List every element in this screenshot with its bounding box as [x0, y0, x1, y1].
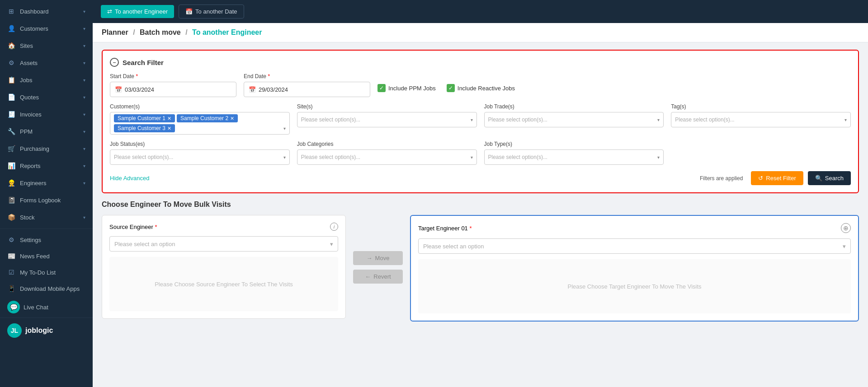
chevron-down-icon: ▾ [83, 61, 85, 65]
search-button[interactable]: 🔍 Search [808, 171, 851, 185]
job-categories-select[interactable]: Please select option(s)... ▾ [297, 149, 477, 165]
hide-advanced-link[interactable]: Hide Advanced [110, 175, 149, 182]
settings-icon: ⚙ [7, 236, 15, 244]
customer-tag-label: Sample Customer 3 [118, 125, 165, 131]
to-another-engineer-button[interactable]: ⇄ To another Engineer [101, 5, 174, 18]
info-icon[interactable]: i [330, 223, 338, 231]
include-reactive-label: Include Reactive Jobs [458, 85, 515, 92]
job-categories-group: Job Categories Please select option(s)..… [297, 141, 477, 165]
select-arrow: ▾ [283, 155, 286, 160]
sites-label: Site(s) [297, 103, 477, 110]
customer-tag-3[interactable]: Sample Customer 3 ✕ [114, 124, 175, 132]
engineer-btn-icon: ⇄ [107, 8, 112, 15]
target-engineer-panel: Target Engineer 01 * ⊕ Please select an … [410, 215, 859, 322]
customers-multiselect[interactable]: Sample Customer 1 ✕ Sample Customer 2 ✕ … [110, 112, 290, 135]
move-button[interactable]: → Move [353, 251, 403, 265]
sidebar-item-quotes[interactable]: 📄 Quotes ▾ [0, 89, 93, 106]
breadcrumb-current[interactable]: To another Engineer [192, 28, 262, 36]
collapse-icon[interactable]: – [110, 58, 119, 67]
sidebar-item-sites[interactable]: 🏠 Sites ▾ [0, 37, 93, 54]
sidebar-item-forms-logbook[interactable]: 📓 Forms Logbook [0, 191, 93, 209]
include-reactive-checkbox[interactable]: ✓ Include Reactive Jobs [447, 84, 515, 92]
sites-select[interactable]: Please select option(s)... ▾ [297, 112, 477, 127]
content-area: – Search Filter Start Date * 📅 03/03/202… [93, 42, 868, 387]
breadcrumb-root: Planner [102, 28, 128, 36]
svg-text:JL: JL [11, 327, 19, 334]
customer-tag-close[interactable]: ✕ [230, 116, 234, 121]
sidebar-item-download-apps[interactable]: 📱 Download Mobile Apps [0, 280, 93, 297]
engineer-actions: → Move ← Revert [346, 215, 410, 284]
sidebar-item-customers[interactable]: 👤 Customers ▾ [0, 20, 93, 37]
customer-tag-2[interactable]: Sample Customer 2 ✕ [177, 114, 238, 122]
joblogic-logo-text: joblogic [25, 326, 53, 335]
start-date-input[interactable]: 📅 03/03/2024 [110, 82, 236, 97]
sidebar-item-label: Engineers [20, 180, 47, 187]
sites-group: Site(s) Please select option(s)... ▾ [297, 103, 477, 127]
sidebar-item-jobs[interactable]: 📋 Jobs ▾ [0, 71, 93, 89]
filter-row-2: Customer(s) Sample Customer 1 ✕ Sample C… [110, 103, 851, 135]
reset-filter-button[interactable]: ↺ Reset Filter [751, 171, 803, 185]
sidebar-item-dashboard[interactable]: ⊞ Dashboard ▾ [0, 3, 93, 20]
customer-tag-1[interactable]: Sample Customer 1 ✕ [114, 114, 175, 122]
sidebar-item-engineers[interactable]: 👷 Engineers ▾ [0, 174, 93, 191]
source-placeholder-text: Please Choose Source Engineer To Select … [155, 281, 293, 288]
job-trade-label: Job Trade(s) [484, 103, 664, 110]
close-target-panel-icon[interactable]: ⊕ [841, 223, 851, 233]
revert-button[interactable]: ← Revert [353, 270, 403, 284]
tags-select[interactable]: Please select option(s)... ▾ [671, 112, 851, 127]
sidebar-item-ppm[interactable]: 🔧 PPM ▾ [0, 123, 93, 140]
job-type-label: Job Type(s) [484, 141, 664, 147]
job-status-select[interactable]: Please select option(s)... ▾ [110, 149, 290, 165]
download-apps-icon: 📱 [7, 284, 15, 293]
sidebar-item-label: Dashboard [20, 8, 49, 15]
assets-icon: ⚙ [7, 59, 15, 67]
start-date-value: 03/03/2024 [125, 86, 154, 93]
move-btn-label: Move [375, 255, 390, 261]
ppm-icon: 🔧 [7, 127, 15, 135]
sidebar-item-purchasing[interactable]: 🛒 Purchasing ▾ [0, 140, 93, 157]
sidebar-item-todo[interactable]: ☑ My To-Do List [0, 264, 93, 280]
source-engineer-select[interactable]: Please select an option ▾ [109, 236, 338, 252]
include-ppm-checkbox[interactable]: ✓ Include PPM Jobs [377, 84, 436, 92]
sidebar-item-label: My To-Do List [20, 269, 56, 276]
customer-tag-close[interactable]: ✕ [167, 126, 171, 131]
job-trade-select[interactable]: Please select option(s)... ▾ [484, 112, 664, 127]
live-chat-label: Live Chat [24, 304, 48, 311]
sidebar-item-reports[interactable]: 📊 Reports ▾ [0, 157, 93, 174]
breadcrumb: Planner / Batch move / To another Engine… [102, 28, 262, 36]
checkbox-checked-icon: ✓ [377, 84, 386, 92]
job-type-select[interactable]: Please select option(s)... ▾ [484, 149, 664, 165]
required-star: * [268, 73, 270, 79]
chevron-down-icon: ▾ [83, 146, 85, 151]
sidebar-item-stock[interactable]: 📦 Stock ▾ [0, 209, 93, 226]
target-panel-header: Target Engineer 01 * ⊕ [418, 223, 851, 233]
reset-btn-label: Reset Filter [766, 175, 796, 182]
sidebar-item-label: News Feed [20, 253, 50, 260]
filter-row-3: Job Status(es) Please select option(s)..… [110, 141, 851, 165]
sidebar-item-assets[interactable]: ⚙ Assets ▾ [0, 54, 93, 71]
calendar-icon: 📅 [249, 86, 256, 93]
chevron-down-icon: ▾ [83, 78, 85, 83]
checkboxes-group: ✓ Include PPM Jobs ✓ Include Reactive Jo… [377, 73, 515, 92]
job-categories-label: Job Categories [297, 141, 477, 147]
sidebar-item-invoices[interactable]: 🧾 Invoices ▾ [0, 106, 93, 123]
job-categories-placeholder: Please select option(s)... [301, 154, 360, 160]
target-engineer-select[interactable]: Please select an option ▾ [418, 238, 851, 254]
sidebar: ⊞ Dashboard ▾ 👤 Customers ▾ 🏠 Sites ▾ ⚙ … [0, 0, 93, 387]
end-date-label: End Date * [244, 73, 370, 79]
filters-applied-text: Filters are applied [700, 175, 743, 182]
section-title: Choose Engineer To Move Bulk Visits [102, 200, 859, 209]
customer-tag-close[interactable]: ✕ [167, 116, 171, 121]
live-chat-button[interactable]: 💬 Live Chat [0, 297, 93, 317]
search-btn-label: Search [825, 175, 844, 182]
end-date-input[interactable]: 📅 29/03/2024 [244, 82, 370, 97]
sidebar-item-news-feed[interactable]: 📰 News Feed [0, 248, 93, 264]
target-placeholder-area: Please Choose Target Engineer To Move Th… [418, 259, 851, 313]
chevron-down-icon: ▾ [83, 26, 85, 31]
source-placeholder-area: Please Choose Source Engineer To Select … [109, 257, 338, 311]
purchasing-icon: 🛒 [7, 145, 15, 153]
sidebar-item-settings[interactable]: ⚙ Settings [0, 232, 93, 248]
todo-icon: ☑ [7, 268, 15, 276]
to-another-date-button[interactable]: 📅 To another Date [179, 5, 244, 19]
top-bar: ⇄ To another Engineer 📅 To another Date [93, 0, 868, 23]
